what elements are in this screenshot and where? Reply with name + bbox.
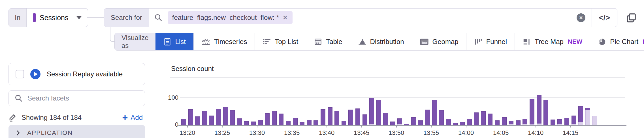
chart-bar[interactable]: [314, 120, 318, 125]
entity-dropdown[interactable]: Sessions: [27, 9, 88, 27]
viz-tab-geomap[interactable]: Geomap: [412, 33, 466, 50]
chart-bar[interactable]: [258, 120, 263, 125]
piechart-icon: [598, 37, 606, 46]
chart-bar[interactable]: [328, 107, 332, 125]
x-axis-tick-label: 13:45: [349, 129, 374, 137]
viz-tab-table[interactable]: Table: [306, 33, 350, 50]
chart-bar[interactable]: [307, 120, 312, 125]
chart-bar[interactable]: [383, 113, 388, 125]
viz-tab-timeseries[interactable]: Timeseries: [193, 33, 255, 50]
chart-bar[interactable]: [502, 117, 507, 125]
chart-bar[interactable]: [537, 95, 541, 125]
chart-bar[interactable]: [369, 98, 374, 125]
x-axis-tick: [292, 125, 292, 127]
edit-pencil-icon[interactable]: [8, 113, 17, 122]
chart-plot-area[interactable]: 100 0 13:2013:2513:3013:3513:4013:4513:5…: [170, 81, 626, 138]
chart-bar[interactable]: [397, 118, 402, 125]
chart-bar[interactable]: [564, 118, 569, 125]
query-chip[interactable]: feature_flags.new_checkout_flow: * ✕: [168, 11, 293, 24]
chart-bar[interactable]: [411, 117, 416, 125]
chart-bar[interactable]: [181, 119, 186, 125]
play-icon: [30, 69, 40, 79]
chart-bar[interactable]: [523, 119, 527, 125]
chart-bar[interactable]: [585, 108, 590, 125]
chart-bar[interactable]: [481, 111, 486, 125]
chart-bar[interactable]: [209, 116, 214, 125]
chart-bar[interactable]: [446, 119, 451, 125]
chart-bar[interactable]: [342, 121, 346, 125]
chart-bar[interactable]: [425, 110, 430, 125]
viz-tab-list[interactable]: List: [155, 33, 193, 50]
chart-bar[interactable]: [592, 116, 597, 125]
plus-icon: +: [122, 113, 128, 122]
session-replay-checkbox[interactable]: [16, 70, 24, 78]
x-axis-tick: [222, 125, 223, 127]
table-icon: [314, 37, 322, 46]
chart-bar[interactable]: [216, 109, 221, 125]
chart-bar[interactable]: [223, 107, 228, 125]
chart-bar[interactable]: [432, 100, 437, 125]
funnel-icon: [474, 37, 483, 46]
viz-tab-pie-chart[interactable]: Pie ChartNEW: [590, 33, 644, 50]
chart-bar[interactable]: [286, 121, 291, 125]
gridline-100: [180, 97, 625, 98]
chart-bar[interactable]: [509, 121, 513, 125]
chart-bar[interactable]: [293, 118, 298, 125]
new-badge: NEW: [568, 38, 582, 45]
new-badge: NEW: [643, 38, 644, 45]
scope-selector[interactable]: In Sessions: [8, 8, 88, 27]
chart-bar[interactable]: [279, 114, 283, 125]
chart-bar[interactable]: [251, 122, 256, 125]
chart-bar[interactable]: [355, 108, 360, 125]
add-facet-button[interactable]: + Add: [122, 113, 145, 122]
copy-icon[interactable]: [625, 12, 637, 24]
chart-bar[interactable]: [572, 116, 576, 125]
chart-bar[interactable]: [362, 114, 367, 125]
chart-bar[interactable]: [516, 120, 521, 125]
viz-tab-tree-map[interactable]: Tree MapNEW: [515, 33, 590, 50]
chart-bar[interactable]: [195, 116, 200, 125]
chart-bar[interactable]: [390, 122, 395, 125]
chart-bar[interactable]: [334, 111, 339, 125]
x-axis-line: [178, 125, 626, 126]
viz-tab-label: Timeseries: [214, 38, 247, 46]
session-replay-filter[interactable]: Session Replay available: [8, 63, 145, 85]
facet-group-application[interactable]: APPLICATION: [8, 125, 145, 138]
x-axis-tick-label: 13:50: [384, 129, 409, 137]
chart-bar[interactable]: [348, 110, 353, 125]
chart-bar[interactable]: [543, 100, 548, 125]
timeseries-icon: [201, 37, 210, 46]
chart-bar[interactable]: [321, 109, 325, 125]
chart-bar[interactable]: [202, 111, 207, 125]
chart-bar[interactable]: [530, 99, 534, 125]
chart-bar[interactable]: [474, 112, 479, 125]
viz-tab-funnel[interactable]: Funnel: [466, 33, 515, 50]
code-view-button[interactable]: </>: [592, 13, 617, 22]
chart-bar[interactable]: [439, 110, 444, 125]
chart-bar[interactable]: [230, 110, 235, 125]
chart-bar[interactable]: [272, 111, 277, 125]
chart-bar[interactable]: [188, 109, 193, 125]
chart-bar[interactable]: [467, 119, 472, 125]
viz-tab-top-list[interactable]: Top List: [255, 33, 306, 50]
chart-bar[interactable]: [244, 121, 249, 125]
chart-bar[interactable]: [265, 113, 270, 125]
chart-bar[interactable]: [453, 123, 458, 125]
chart-bar[interactable]: [551, 120, 555, 125]
facet-search-input[interactable]: Search facets: [8, 90, 145, 106]
chart-bar[interactable]: [418, 120, 423, 125]
clear-search-button[interactable]: ✕: [577, 13, 585, 22]
chart-bar[interactable]: [460, 122, 465, 125]
chart-bar[interactable]: [488, 114, 492, 125]
chart-bar[interactable]: [300, 122, 304, 125]
viz-tab-distribution[interactable]: Distribution: [350, 33, 412, 50]
chart-bar[interactable]: [237, 118, 242, 125]
chart-bar[interactable]: [495, 120, 500, 125]
facet-group-label: APPLICATION: [27, 129, 72, 137]
query-chip-remove-icon[interactable]: ✕: [282, 14, 288, 22]
chart-bar[interactable]: [557, 119, 562, 125]
treemap-icon: [523, 37, 531, 46]
search-bar[interactable]: Search for feature_flags.new_checkout_fl…: [104, 8, 617, 27]
chart-bar[interactable]: [578, 106, 583, 125]
chart-bar[interactable]: [376, 100, 381, 125]
